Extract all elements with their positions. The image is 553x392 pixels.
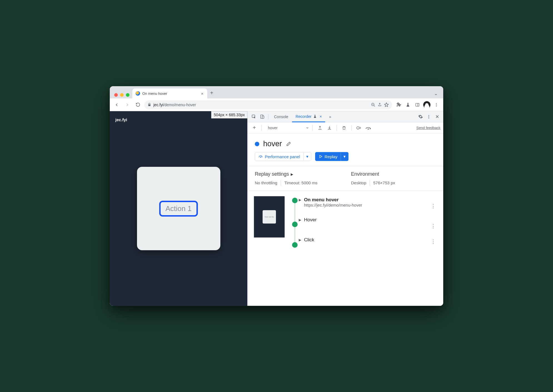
timeline-node (292, 198, 298, 203)
caret-right-icon: ▶ (299, 218, 301, 222)
svg-rect-1 (416, 103, 419, 106)
reload-button[interactable] (134, 101, 142, 109)
svg-point-13 (260, 157, 261, 158)
step-title: Click (304, 237, 426, 243)
timeline-node (292, 222, 298, 227)
svg-point-8 (429, 115, 429, 116)
close-window-button[interactable] (114, 93, 118, 97)
step-over-icon[interactable] (364, 124, 372, 132)
tab-overflow-button[interactable]: ⌄ (431, 90, 440, 98)
new-tab-button[interactable]: + (207, 89, 216, 98)
viewport-value: 576×753 px (370, 180, 398, 186)
timeline-node (292, 242, 298, 248)
back-button[interactable] (113, 101, 121, 109)
action-button[interactable]: Action 1 (159, 201, 198, 217)
toolbar: jec.fyi/demo/menu-hover (110, 98, 443, 111)
tab-console[interactable]: Console (271, 111, 292, 122)
caret-right-icon: ▶ (291, 172, 293, 176)
replay-dropdown[interactable]: ▾ (341, 152, 348, 161)
replay-button[interactable]: Replay ▾ (315, 152, 349, 161)
close-panel-icon[interactable]: × (320, 114, 322, 119)
performance-dropdown[interactable]: ▾ (303, 152, 311, 161)
timeout-value[interactable]: Timeout: 5000 ms (281, 180, 321, 186)
recording-selector[interactable]: hover (265, 126, 304, 130)
environment-heading: Environment (351, 171, 436, 177)
recorder-actions: Performance panel ▾ Replay ▾ (248, 152, 443, 166)
svg-point-9 (429, 116, 429, 117)
svg-point-10 (429, 118, 429, 118)
recorder-toolbar: + hover Send feedback (248, 122, 443, 133)
device-value: Desktop (351, 180, 370, 186)
sidepanel-button[interactable] (413, 101, 422, 109)
browser-tab[interactable]: On menu hover × (132, 88, 207, 98)
status-dot-icon (255, 142, 259, 146)
share-icon[interactable] (378, 103, 382, 107)
tab-strip: On menu hover × + ⌄ (110, 86, 443, 98)
export-icon[interactable] (316, 124, 324, 132)
recording-title: hover (263, 140, 282, 148)
step-item[interactable]: ▶ Click ⋮ (299, 236, 437, 247)
device-toggle-icon[interactable] (258, 113, 266, 121)
import-icon[interactable] (325, 124, 333, 132)
tab-recorder[interactable]: Recorder × (292, 111, 325, 122)
page-viewport: jec.fyi 504px × 685.33px Action 1 (110, 111, 247, 306)
page-brand: jec.fyi (115, 117, 127, 122)
toolbar-actions (394, 101, 440, 109)
step-item[interactable]: ▶ On menu hover https://jec.fyi/demo/men… (299, 196, 437, 216)
tab-title: On menu hover (142, 91, 167, 96)
browser-window: On menu hover × + ⌄ jec.fyi/demo/menu-ho… (110, 86, 443, 306)
replay-settings: Replay settings ▶ No throttling Timeout:… (248, 166, 443, 191)
caret-right-icon: ▶ (299, 198, 301, 202)
demo-card: Action 1 (137, 167, 220, 250)
inspect-icon[interactable] (250, 113, 258, 121)
add-recording-button[interactable]: + (250, 124, 258, 132)
delete-icon[interactable] (340, 124, 348, 132)
minimize-window-button[interactable] (120, 93, 124, 97)
gauge-icon (258, 154, 263, 159)
profile-button[interactable] (423, 101, 431, 109)
svg-point-4 (436, 106, 437, 106)
window-traffic-lights (113, 93, 132, 98)
close-devtools-icon[interactable] (433, 113, 441, 121)
star-icon[interactable] (384, 102, 389, 107)
close-tab-button[interactable]: × (200, 91, 205, 96)
recorder-body: hover Performance panel ▾ Re (248, 133, 443, 306)
svg-point-2 (436, 103, 437, 104)
step-item[interactable]: ▶ Hover ⋮ (299, 216, 437, 236)
play-icon (319, 155, 323, 158)
labs-button[interactable] (404, 101, 412, 109)
chrome-menu-button[interactable] (432, 101, 440, 109)
send-feedback-link[interactable]: Send feedback (416, 126, 440, 130)
step-menu-button[interactable]: ⋮ (429, 239, 437, 245)
zoom-icon[interactable] (371, 103, 375, 107)
extensions-button[interactable] (394, 101, 403, 109)
step-title: Hover (304, 217, 426, 223)
devtools-tabs: Console Recorder × » (248, 111, 443, 122)
svg-point-12 (368, 128, 369, 129)
step-menu-button[interactable]: ⋮ (429, 203, 437, 209)
step-play-icon[interactable] (355, 124, 363, 132)
dimensions-tooltip: 504px × 685.33px (211, 111, 247, 118)
thumbnail-card: Hover over this (263, 210, 276, 224)
chevron-down-icon[interactable] (306, 126, 309, 130)
fullscreen-window-button[interactable] (126, 93, 129, 97)
kebab-icon[interactable] (425, 113, 433, 121)
content-area: jec.fyi 504px × 685.33px Action 1 Consol… (110, 111, 443, 306)
avatar-icon (423, 101, 430, 108)
settings-icon[interactable] (417, 113, 424, 121)
replay-settings-heading[interactable]: Replay settings ▶ (255, 171, 340, 177)
recording-title-row: hover (248, 133, 443, 152)
devtools-panel: Console Recorder × » (247, 111, 443, 306)
edit-icon[interactable] (286, 141, 291, 147)
throttling-value[interactable]: No throttling (255, 180, 281, 186)
step-title: On menu hover (304, 197, 426, 203)
svg-point-11 (357, 126, 359, 129)
forward-button[interactable] (123, 101, 131, 109)
address-bar[interactable]: jec.fyi/demo/menu-hover (144, 100, 392, 109)
performance-panel-button[interactable]: Performance panel ▾ (255, 152, 311, 161)
steps-section: Hover over this ▶ On menu hover https://… (248, 191, 443, 252)
tab-more[interactable]: » (326, 111, 335, 122)
steps-timeline: ▶ On menu hover https://jec.fyi/demo/men… (292, 196, 437, 247)
caret-right-icon: ▶ (299, 238, 301, 242)
step-menu-button[interactable]: ⋮ (429, 223, 437, 229)
